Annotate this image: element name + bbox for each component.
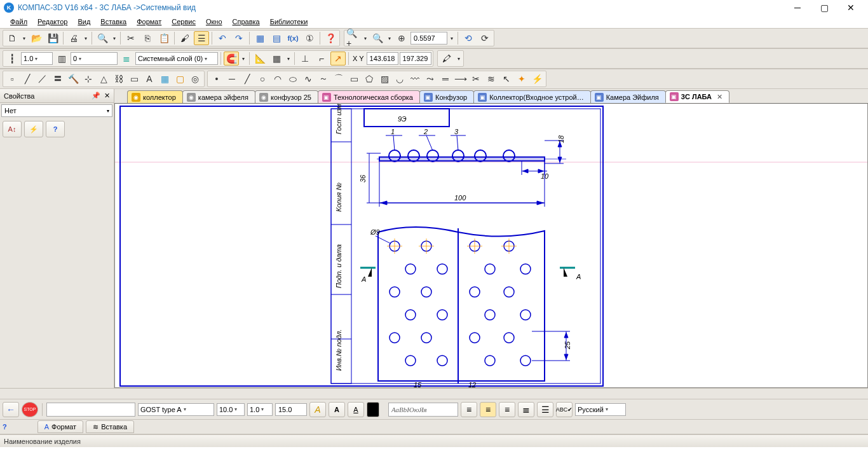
line-icon[interactable]: ╱ — [240, 72, 255, 86]
chain-icon[interactable]: ⛓ — [111, 72, 126, 86]
dropdown-icon[interactable]: ▾ — [285, 52, 292, 66]
menu-service[interactable]: Сервис — [168, 17, 200, 27]
stop-icon[interactable]: STOP — [22, 402, 38, 417]
zoom-fit-icon[interactable]: 🔍 — [370, 31, 385, 45]
underline-icon[interactable]: A — [348, 402, 364, 417]
dropdown-icon[interactable]: ▾ — [83, 31, 89, 45]
pin-icon[interactable]: 📌 — [92, 92, 100, 99]
minimize-button[interactable]: ─ — [784, 1, 811, 15]
brush-icon[interactable]: 🖌 — [177, 31, 193, 45]
text-icon[interactable]: A — [142, 72, 157, 86]
tab-tech-assembly[interactable]: ▣Технологическая сборка — [318, 90, 420, 103]
list-icon[interactable]: ☰ — [537, 402, 553, 417]
point-icon[interactable]: ▫ — [4, 72, 20, 86]
linestyle-icon[interactable]: ┇ — [4, 52, 20, 66]
arc-icon[interactable]: ◠ — [270, 72, 285, 86]
tab-insert[interactable]: ≋Вставка — [86, 420, 134, 433]
zoom-area-icon[interactable]: ⊕ — [394, 31, 409, 45]
hatch-icon[interactable]: ▨ — [377, 72, 392, 86]
polygon-icon[interactable]: ⬠ — [362, 72, 377, 86]
horizontal-scrollbar[interactable] — [0, 388, 868, 399]
parallel-icon[interactable]: 〓 — [50, 72, 65, 86]
redo-icon[interactable]: ↷ — [231, 31, 247, 45]
drawing-canvas[interactable]: Гост изменен Копия № Подп. и дата Инв.№ … — [114, 103, 868, 388]
rect-icon[interactable]: ▭ — [126, 72, 142, 86]
stretch-combo[interactable]: 1.0▾ — [247, 403, 273, 416]
cycle-icon[interactable]: ① — [302, 31, 317, 45]
grid-icon[interactable]: ▦ — [269, 52, 284, 66]
segment-icon[interactable]: ／ — [35, 72, 50, 86]
bold-icon[interactable]: A — [329, 402, 345, 417]
angle-icon[interactable]: 📐 — [252, 52, 268, 66]
menu-edit[interactable]: Редактор — [34, 17, 71, 27]
dropdown-icon[interactable]: ▾ — [111, 31, 118, 45]
dropdown-icon[interactable]: ▾ — [240, 52, 247, 66]
preview-icon[interactable]: 🔍 — [95, 31, 110, 45]
path-icon[interactable]: ⤳ — [423, 72, 438, 86]
bolt-icon[interactable]: ⚡ — [529, 72, 545, 86]
print-icon[interactable]: 🖨 — [66, 31, 81, 45]
open-icon[interactable]: 📂 — [29, 31, 44, 45]
panel-close-icon[interactable]: ✕ — [104, 92, 110, 99]
pick-icon[interactable]: ↖ — [499, 72, 514, 86]
fillet-icon[interactable]: ⌒ — [331, 72, 346, 86]
coord-y-input[interactable]: 197.329 — [400, 52, 431, 65]
ellipse-icon[interactable]: ⬭ — [285, 72, 301, 86]
properties-toggle-icon[interactable]: ☰ — [194, 31, 209, 45]
circle-icon[interactable]: ○ — [255, 72, 270, 86]
refresh-icon[interactable]: ⟲ — [461, 31, 476, 45]
prop-btn-a[interactable]: A↕ — [3, 121, 22, 137]
dropdown-icon[interactable]: ▾ — [21, 31, 27, 45]
contour-icon[interactable]: ◡ — [392, 72, 407, 86]
tab-eiffel-chamber[interactable]: ▣Камера Эйфиля — [590, 90, 666, 103]
new-icon[interactable]: 🗋 — [4, 31, 20, 45]
dropdown-icon[interactable]: ▾ — [386, 31, 393, 45]
menu-file[interactable]: Файл — [6, 17, 31, 27]
prop-btn-b[interactable]: ⚡ — [24, 121, 43, 137]
coord-x-input[interactable]: 143.618 — [367, 52, 398, 65]
tab-eiffel-camera[interactable]: ◉камера эйфеля — [182, 90, 255, 103]
round-icon[interactable]: ↗ — [330, 52, 346, 66]
menu-libraries[interactable]: Библиотеки — [266, 17, 312, 27]
maximize-button[interactable]: ▢ — [811, 1, 837, 15]
frame-icon[interactable]: ▢ — [172, 72, 187, 86]
menu-view[interactable]: Вид — [74, 17, 94, 27]
zoom-in-icon[interactable]: 🔍+ — [346, 31, 361, 45]
tab-format[interactable]: AФормат — [37, 420, 83, 433]
help-pointer-icon[interactable]: ❓ — [323, 31, 338, 45]
tab-collector[interactable]: ◉коллектор — [127, 90, 183, 103]
paste-icon[interactable]: 📋 — [156, 31, 172, 45]
dropdown-icon[interactable]: ▾ — [362, 31, 369, 45]
dropdown-icon[interactable]: ▾ — [456, 52, 462, 66]
save-icon[interactable]: 💾 — [45, 31, 60, 45]
cut-icon[interactable]: ✂ — [123, 31, 139, 45]
align-center-icon[interactable]: ≡ — [480, 402, 496, 417]
extend-icon[interactable]: ⟶ — [453, 72, 468, 86]
fx-icon[interactable]: f(x) — [285, 31, 301, 45]
spellcheck-icon[interactable]: ABC✔ — [556, 402, 573, 417]
line-width-combo[interactable]: 1.0▾ — [21, 52, 53, 65]
menu-insert[interactable]: Вставка — [97, 17, 130, 27]
back-arrow-icon[interactable]: ← — [3, 402, 19, 417]
copy-icon[interactable]: ⎘ — [140, 31, 155, 45]
sample-text-input[interactable] — [388, 403, 458, 417]
tab-confusor[interactable]: ▣Конфузор — [419, 90, 474, 103]
brush-filter-icon[interactable]: 🖍 — [439, 52, 454, 66]
manager-icon[interactable]: ▦ — [252, 31, 268, 45]
prop-btn-help[interactable]: ? — [46, 121, 65, 137]
help-icon[interactable]: ? — [3, 423, 7, 431]
language-combo[interactable]: Русский▾ — [575, 403, 626, 416]
triangle-icon[interactable]: △ — [96, 72, 111, 86]
hline-icon[interactable]: ─ — [224, 72, 240, 86]
ortho-icon[interactable]: ⊥ — [297, 52, 313, 66]
layer-combo[interactable]: Системный слой (0)▾ — [135, 52, 218, 65]
wave-icon[interactable]: 〰 — [407, 72, 423, 86]
undo-icon[interactable]: ↶ — [215, 31, 230, 45]
tab-confusor-25[interactable]: ◉конфузор 25 — [255, 90, 318, 103]
dropdown-icon[interactable]: ▾ — [449, 31, 455, 45]
star-icon[interactable]: ✦ — [514, 72, 529, 86]
corner-icon[interactable]: ⌐ — [314, 52, 329, 66]
zoom-value-input[interactable]: 0.5597 — [410, 32, 447, 45]
menu-help[interactable]: Справка — [229, 17, 264, 27]
tab-collector-inlet[interactable]: ▣Коллектор(Входное устрой… — [473, 90, 591, 103]
